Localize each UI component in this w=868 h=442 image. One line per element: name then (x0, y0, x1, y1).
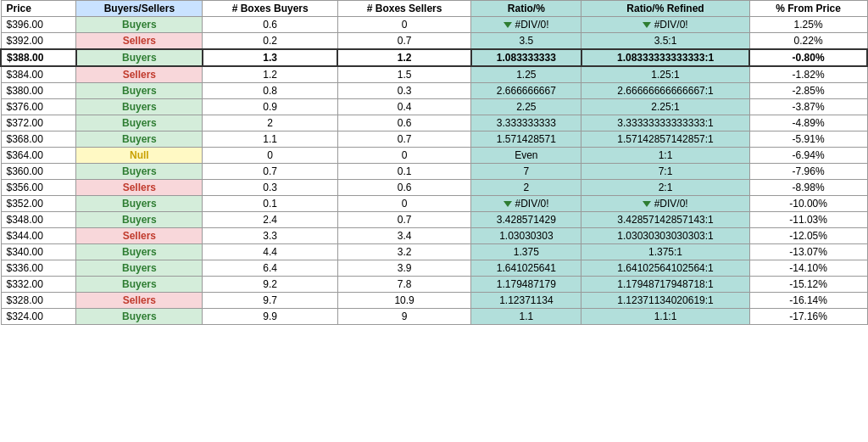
cell-ratio: 3.428571429 (471, 212, 581, 228)
cell-price: $380.00 (1, 83, 76, 99)
cell-boxes-buyers: 9.9 (203, 309, 337, 325)
cell-boxes-sellers: 0 (337, 17, 470, 33)
cell-price: $388.00 (1, 49, 76, 66)
cell-boxes-buyers: 0.1 (203, 196, 337, 212)
cell-price: $352.00 (1, 196, 76, 212)
cell-ratio-refined: #DIV/0! (581, 17, 749, 33)
cell-from-price: -17.16% (749, 309, 867, 325)
cell-price: $328.00 (1, 293, 76, 309)
cell-buyers-sellers: Sellers (76, 66, 203, 83)
cell-buyers-sellers: Buyers (76, 17, 203, 33)
cell-buyers-sellers: Buyers (76, 164, 203, 180)
cell-from-price: -15.12% (749, 277, 867, 293)
cell-ratio-refined: 1:1 (581, 148, 749, 164)
cell-ratio: Even (471, 148, 581, 164)
cell-boxes-buyers: 9.2 (203, 277, 337, 293)
cell-ratio: 3.5 (471, 33, 581, 50)
cell-ratio-refined: 2:1 (581, 180, 749, 196)
cell-from-price: -10.00% (749, 196, 867, 212)
cell-buyers-sellers: Buyers (76, 115, 203, 131)
cell-price: $348.00 (1, 212, 76, 228)
cell-boxes-sellers: 1.2 (337, 49, 470, 66)
header-ratio-refined: Ratio/% Refined (581, 1, 749, 17)
header-buyers-sellers: Buyers/Sellers (76, 1, 203, 17)
cell-boxes-sellers: 0.4 (337, 99, 470, 115)
cell-boxes-sellers: 7.8 (337, 277, 470, 293)
cell-ratio-refined: 1.64102564102564:1 (581, 260, 749, 277)
cell-ratio-refined: 3.5:1 (581, 33, 749, 50)
cell-boxes-sellers: 1.5 (337, 66, 470, 83)
cell-from-price: -8.98% (749, 180, 867, 196)
cell-from-price: -0.80% (749, 49, 867, 66)
cell-boxes-sellers: 0 (337, 196, 470, 212)
cell-boxes-sellers: 0.6 (337, 115, 470, 131)
cell-boxes-sellers: 10.9 (337, 293, 470, 309)
triangle-down-icon (504, 22, 512, 28)
cell-price: $332.00 (1, 277, 76, 293)
cell-ratio: 1.03030303 (471, 228, 581, 244)
cell-boxes-buyers: 0.6 (203, 17, 337, 33)
cell-price: $336.00 (1, 260, 76, 277)
cell-from-price: -14.10% (749, 260, 867, 277)
cell-ratio: 7 (471, 164, 581, 180)
cell-from-price: -5.91% (749, 131, 867, 148)
cell-buyers-sellers: Buyers (76, 277, 203, 293)
cell-boxes-sellers: 3.4 (337, 228, 470, 244)
cell-ratio-refined: 1.1:1 (581, 309, 749, 325)
cell-ratio: #DIV/0! (471, 196, 581, 212)
cell-price: $360.00 (1, 164, 76, 180)
cell-ratio: 1.12371134 (471, 293, 581, 309)
cell-ratio-refined: 1.03030303030303:1 (581, 228, 749, 244)
cell-from-price: -13.07% (749, 244, 867, 260)
cell-buyers-sellers: Buyers (76, 260, 203, 277)
cell-ratio-refined: 1.375:1 (581, 244, 749, 260)
cell-boxes-sellers: 0.7 (337, 212, 470, 228)
cell-boxes-buyers: 0.7 (203, 164, 337, 180)
cell-boxes-sellers: 3.9 (337, 260, 470, 277)
cell-price: $376.00 (1, 99, 76, 115)
cell-ratio-refined: 1.25:1 (581, 66, 749, 83)
header-price: Price (1, 1, 76, 17)
cell-ratio: 1.083333333 (471, 49, 581, 66)
cell-from-price: -3.87% (749, 99, 867, 115)
cell-ratio-refined: #DIV/0! (581, 196, 749, 212)
cell-from-price: -6.94% (749, 148, 867, 164)
header-from-price: % From Price (749, 1, 867, 17)
cell-boxes-sellers: 0.3 (337, 83, 470, 99)
cell-ratio: 2 (471, 180, 581, 196)
cell-boxes-sellers: 9 (337, 309, 470, 325)
cell-price: $384.00 (1, 66, 76, 83)
header-ratio: Ratio/% (471, 1, 581, 17)
cell-buyers-sellers: Buyers (76, 131, 203, 148)
cell-buyers-sellers: Buyers (76, 49, 203, 66)
cell-ratio: 1.1 (471, 309, 581, 325)
cell-from-price: -11.03% (749, 212, 867, 228)
cell-boxes-buyers: 0 (203, 148, 337, 164)
cell-price: $340.00 (1, 244, 76, 260)
cell-boxes-buyers: 2.4 (203, 212, 337, 228)
cell-boxes-buyers: 1.3 (203, 49, 337, 66)
cell-buyers-sellers: Buyers (76, 212, 203, 228)
cell-boxes-buyers: 9.7 (203, 293, 337, 309)
triangle-down-icon (504, 201, 512, 207)
cell-ratio-refined: 7:1 (581, 164, 749, 180)
cell-boxes-buyers: 0.8 (203, 83, 337, 99)
cell-boxes-buyers: 3.3 (203, 228, 337, 244)
cell-boxes-buyers: 0.2 (203, 33, 337, 50)
triangle-down-icon (643, 201, 651, 207)
cell-buyers-sellers: Buyers (76, 99, 203, 115)
cell-ratio: 3.333333333 (471, 115, 581, 131)
cell-ratio-refined: 3.33333333333333:1 (581, 115, 749, 131)
cell-boxes-sellers: 0.7 (337, 33, 470, 50)
cell-price: $392.00 (1, 33, 76, 50)
cell-buyers-sellers: Null (76, 148, 203, 164)
triangle-down-icon (643, 22, 651, 28)
cell-ratio-refined: 1.12371134020619:1 (581, 293, 749, 309)
cell-ratio-refined: 1.57142857142857:1 (581, 131, 749, 148)
cell-buyers-sellers: Buyers (76, 196, 203, 212)
cell-ratio: 2.25 (471, 99, 581, 115)
cell-boxes-sellers: 3.2 (337, 244, 470, 260)
cell-from-price: -12.05% (749, 228, 867, 244)
cell-ratio-refined: 1.08333333333333:1 (581, 49, 749, 66)
cell-buyers-sellers: Sellers (76, 33, 203, 50)
